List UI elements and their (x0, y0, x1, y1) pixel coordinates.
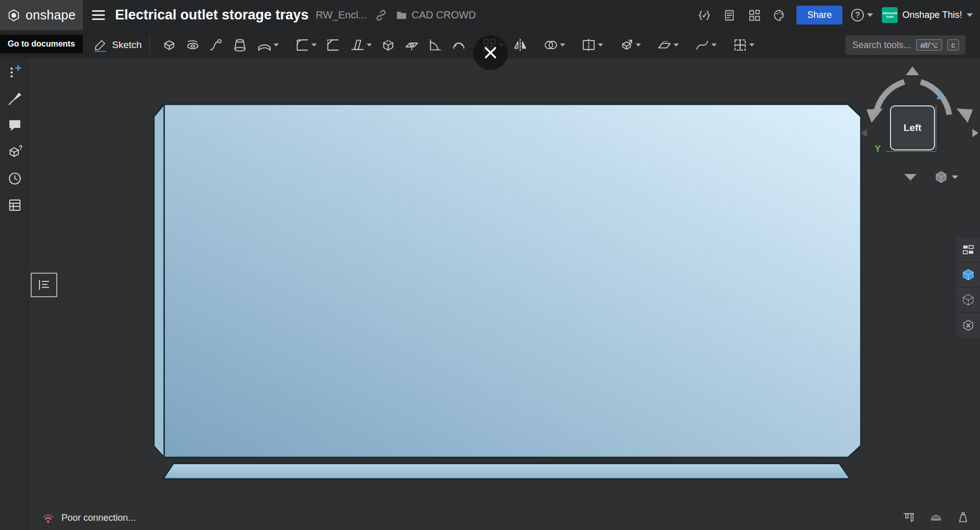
tool-origin-button[interactable] (727, 34, 759, 56)
shortcut-alt-key: alt/⌥ (916, 39, 942, 51)
app-grid-icon (748, 9, 761, 22)
visible-parts-button[interactable] (956, 262, 980, 288)
measure-tools (902, 511, 970, 525)
part-help-button[interactable]: ? (5, 142, 25, 162)
extrude-icon (162, 37, 177, 53)
split-icon (581, 37, 596, 53)
tool-mirror-button[interactable] (508, 34, 532, 56)
tool-boolean-button[interactable] (538, 34, 570, 56)
document-title[interactable]: Electrical outlet storage trays (115, 7, 308, 23)
hole-icon (404, 37, 419, 53)
chevron-down-icon (967, 13, 973, 17)
tool-transform-button[interactable] (614, 34, 645, 56)
active-element-tab[interactable]: RW_Encl... (316, 9, 367, 21)
tool-rib-button[interactable] (424, 34, 447, 56)
theme-button[interactable] (771, 7, 788, 24)
chevron-down-icon[interactable] (598, 43, 603, 47)
chevron-down-icon (867, 13, 873, 17)
tool-shell-button[interactable] (376, 34, 400, 56)
bom-table-button[interactable] (5, 195, 25, 215)
tool-plane-button[interactable] (652, 34, 683, 56)
shell-icon (381, 37, 396, 53)
mirror-icon (513, 37, 528, 53)
chevron-down-icon[interactable] (674, 43, 679, 47)
tray-part[interactable] (154, 104, 861, 479)
link-icon[interactable] (375, 9, 387, 21)
version-history-icon (7, 171, 23, 186)
curve-icon (695, 37, 710, 53)
chevron-down-icon[interactable] (367, 43, 372, 47)
chevron-down-icon[interactable] (560, 43, 565, 47)
top-bar: onshape Electrical outlet storage trays … (0, 0, 980, 30)
xray-parts-button[interactable] (956, 313, 980, 338)
model-viewport[interactable] (0, 0, 980, 530)
isometric-view-menu[interactable] (934, 170, 958, 184)
rotate-cw-arrowhead[interactable] (956, 108, 973, 123)
pencil-icon (93, 38, 107, 52)
tool-draft-button[interactable] (345, 34, 376, 56)
feature-list-toggle-button[interactable] (31, 273, 57, 297)
view-left-arrow[interactable] (861, 129, 867, 137)
tool-loft-button[interactable] (228, 34, 252, 56)
onshape-this-badge: ONSHAPE THIS! (882, 7, 898, 23)
protractor-tool-button[interactable] (929, 511, 943, 525)
version-history-button[interactable] (5, 168, 25, 189)
left-rail: ? (0, 59, 30, 530)
onshape-logo[interactable]: onshape (0, 0, 83, 30)
revolve-icon (185, 37, 201, 53)
chevron-down-icon[interactable] (636, 43, 641, 47)
tool-extrude-button[interactable] (158, 34, 181, 56)
caliper-icon (902, 511, 916, 524)
chevron-down-icon[interactable] (311, 43, 317, 47)
tool-fillet-button[interactable] (289, 34, 321, 56)
onshape-logo-icon (7, 7, 20, 24)
close-overlay-button[interactable] (473, 35, 508, 70)
sketch-button[interactable]: Sketch (93, 38, 142, 52)
onshape-app: onshape Electrical outlet storage trays … (0, 0, 980, 530)
go-to-documents-button[interactable]: Go to documents (0, 35, 83, 53)
chevron-down-icon[interactable] (711, 43, 717, 47)
help-icon: ? (851, 9, 864, 21)
rib-icon (428, 37, 443, 53)
toolbar-divider (149, 36, 150, 54)
view-up-arrow[interactable] (906, 67, 919, 75)
tool-wrap-button[interactable] (447, 34, 471, 56)
view-right-arrow[interactable] (972, 129, 978, 137)
view-cube-face[interactable]: Left (890, 105, 935, 150)
hidden-parts-button[interactable] (956, 288, 980, 313)
close-icon (482, 45, 499, 61)
tool-split-button[interactable] (576, 34, 608, 56)
mass-properties-button[interactable] (956, 511, 970, 525)
sketch-note-button[interactable] (5, 89, 25, 109)
app-store-button[interactable] (746, 7, 763, 24)
sweep-icon (209, 37, 224, 53)
main-menu-button[interactable] (92, 10, 105, 20)
tool-revolve-button[interactable] (181, 34, 205, 56)
axis-y-label: Y (875, 144, 881, 154)
part-bottom-band[interactable] (163, 463, 850, 479)
help-menu[interactable]: ? (851, 9, 873, 21)
mate-connector-button[interactable] (5, 62, 25, 82)
folder-icon (395, 9, 408, 21)
caliper-tool-button[interactable] (902, 511, 916, 525)
tool-thicken-button[interactable] (252, 34, 283, 56)
search-tools[interactable]: Search tools... alt/⌥ c (845, 35, 966, 55)
part-left-face[interactable] (154, 104, 164, 457)
part-help-icon: ? (7, 144, 23, 160)
tool-hole-button[interactable] (400, 34, 424, 56)
view-cube-down-arrow[interactable] (904, 174, 917, 182)
tool-sweep-button[interactable] (205, 34, 228, 56)
tool-chamfer-button[interactable] (321, 34, 345, 56)
workspace-label[interactable]: CAD CROWD (412, 9, 476, 21)
appearance-panel-button[interactable] (956, 237, 980, 262)
tool-curve-button[interactable] (689, 34, 721, 56)
chevron-down-icon[interactable] (274, 43, 279, 47)
share-button[interactable]: Share (796, 6, 842, 25)
featurescript-button[interactable] (696, 7, 712, 24)
onshape-this-menu[interactable]: ONSHAPE THIS! Onshape This! (882, 7, 973, 23)
rotate-ccw-arrowhead[interactable] (866, 108, 883, 123)
release-notes-button[interactable] (721, 7, 738, 24)
part-main-face[interactable] (164, 104, 861, 457)
chevron-down-icon[interactable] (749, 43, 754, 47)
comments-button[interactable] (5, 115, 25, 136)
